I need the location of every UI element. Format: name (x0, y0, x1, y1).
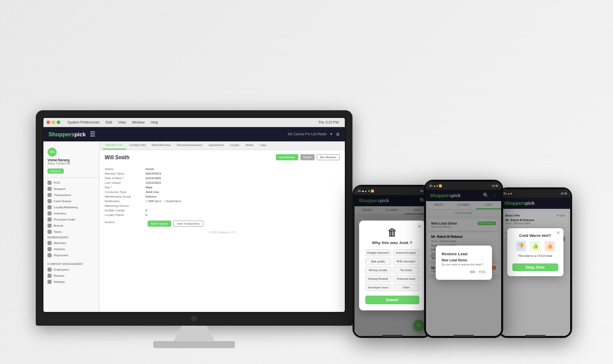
sidebar-item-settings[interactable]: Settings (43, 279, 99, 285)
mac-menu-system: System Preferences (67, 120, 100, 124)
sidebar-item-brands[interactable]: Brands (43, 223, 99, 229)
mac-dot-close[interactable] (46, 120, 50, 124)
sidebar-item-taxes[interactable]: Taxes (43, 229, 99, 235)
restore-dialog-lead: New Lead Demo (442, 258, 486, 262)
mac-menu-edit: Edit (106, 120, 112, 124)
phone3-time: 12:38 (560, 192, 567, 195)
mac-dot-maximize[interactable] (57, 120, 60, 124)
tab-recommendations[interactable]: Recommendations (174, 141, 205, 150)
restore-yes-button[interactable]: YES (478, 270, 485, 274)
junk-option-other[interactable]: Other (393, 284, 419, 291)
restore-dialog: Restore Lead New Lead Demo Do you want t… (436, 246, 492, 280)
sidebar-item-po[interactable]: Purchase Order (43, 216, 99, 223)
sidebar-item-physicians[interactable]: Physicians (43, 252, 99, 258)
cwh-close-button[interactable]: ✕ (556, 230, 560, 235)
main-content: Member Info Contact Info Work/Receive Re… (100, 141, 345, 312)
member-name-title: Will Smith (105, 155, 129, 160)
sidebar-dispatch-label: Dispatch (54, 187, 65, 190)
monitor-screen: System Preferences Edit View Window Help… (43, 118, 345, 312)
junk-option-developer-issue[interactable]: Developer Issue (365, 284, 392, 291)
power-icon[interactable]: ⏻ (336, 132, 340, 136)
company-name: MJ Canna Pvt Ltd-Retail (288, 132, 326, 136)
sidebar-item-reports[interactable]: Reports (43, 273, 99, 279)
add-to-queue-button[interactable]: Add to Queue (148, 221, 171, 227)
check-in-button[interactable]: Clock In (48, 168, 64, 174)
monitor-bezel: System Preferences Edit View Window Help… (42, 116, 346, 313)
add-member-button[interactable]: Add Member (276, 154, 298, 160)
mac-dots (46, 120, 60, 124)
field-membership-group: Membership Group Delivery (105, 195, 340, 198)
app-body: VN Vishal Narang Status: Clocked Out Clo… (43, 141, 345, 312)
tab-work-receive[interactable]: Work/Receive (149, 141, 174, 150)
view-transactions-button[interactable]: View Transactions (173, 221, 203, 227)
delete-button[interactable]: Delete (300, 154, 315, 160)
junk-option-budget-mismatch[interactable]: Budget mismatch (365, 249, 392, 256)
junk-option-already-booked[interactable]: Already Booked (365, 275, 392, 282)
sidebar-item-dispatch[interactable]: Dispatch (43, 186, 99, 192)
phone3-content: Shopperspick Basic Info ✎ Edit Mr. Rahul… (500, 198, 570, 336)
tab-member-info[interactable]: Member Info (103, 141, 126, 150)
tab-contact-info[interactable]: Contact Info (126, 141, 149, 150)
cwh-cold-icon[interactable]: 👎 (516, 241, 526, 251)
dropdown-icon[interactable]: ▼ (329, 132, 333, 136)
sidebar-item-transactions[interactable]: Transactions (43, 192, 99, 198)
junk-trash-icon: 🗑 (365, 227, 419, 238)
tab-loyalty[interactable]: Loyalty (227, 141, 243, 150)
members-icon (48, 241, 52, 245)
app-header-right: MJ Canna Pvt Ltd-Retail ▼ ⏻ (288, 132, 340, 136)
sidebar-section-memberships: Memberships Members Vendors (43, 235, 99, 258)
field-sex: Sex * Male (105, 186, 340, 189)
sidebar-item-cash[interactable]: Cash Drawer (43, 198, 99, 204)
phone3-status-bar: 3G ▲▼ 12:38 (500, 189, 570, 198)
sidebar-section-company: Company Management Employees Reports (43, 261, 99, 285)
sidebar-item-vendors[interactable]: Vendors (43, 246, 99, 252)
field-consumer-type: Consumer Type Adult Use (105, 190, 340, 193)
field-member-since: Member Since 09/04/2023 (105, 172, 340, 175)
monitor-stand (174, 326, 215, 341)
hamburger-icon[interactable]: ☰ (90, 131, 96, 138)
sidebar-item-members[interactable]: Members (43, 240, 99, 246)
junk-option-financial-issue[interactable]: Financial Issue (393, 275, 419, 282)
restore-dialog-title: Restore Lead (442, 252, 486, 256)
cwh-warm-icon[interactable]: 👍 (530, 241, 540, 251)
tab-notes[interactable]: Notes (243, 141, 257, 150)
monitor-outer: System Preferences Edit View Window Help… (36, 110, 352, 326)
restore-no-button[interactable]: NO (470, 270, 476, 274)
user-avatar: VN (48, 148, 57, 157)
junk-option-too-early[interactable]: Too Early (393, 266, 419, 274)
tab-agreement[interactable]: Agreement (205, 141, 226, 150)
junk-option-bhk-mismatch[interactable]: BHK mismatch (393, 258, 419, 265)
sidebar-pos-label: POS (54, 181, 60, 184)
field-notification: Notification ☐ SMS Opt In ☐ Email Opt In (105, 200, 340, 203)
junk-modal-close-button[interactable]: ✕ (417, 224, 421, 229)
junk-submit-button[interactable]: Submit (365, 296, 419, 304)
phone2-status-bar: 3G ▲▼ 📶 12:38 (426, 182, 501, 190)
sidebar-item-pos[interactable]: POS (43, 180, 99, 186)
sidebar-item-employees[interactable]: Employees (43, 266, 99, 273)
sidebar: VN Vishal Narang Status: Clocked Out Clo… (43, 141, 100, 312)
phones-group: 3G ◀ ▲ ▼ 📶 12:38 Shopperspick 🔍 FRESH (352, 180, 572, 338)
phone1-status-left: 3G ◀ ▲ ▼ 📶 (358, 189, 374, 192)
sidebar-item-loyalty[interactable]: Loyalty/Marketing (43, 204, 99, 210)
reports-icon (48, 274, 52, 278)
phone1-content: Shopperspick 🔍 FRESH CLAIMED JUNK Mr. Am… (355, 195, 430, 336)
user-card: VN Vishal Narang Status: Clocked Out Clo… (43, 144, 99, 178)
ban-member-button[interactable]: Ban Member (317, 154, 340, 160)
po-icon (48, 217, 52, 222)
junk-option-bad-quality[interactable]: Bad quality (365, 258, 392, 265)
mac-menu-view: View (118, 120, 126, 124)
cwh-hot-icon[interactable]: 👍 (545, 241, 555, 251)
sidebar-item-inventory[interactable]: Inventory (43, 210, 99, 216)
member-tabs: Member Info Contact Info Work/Receive Re… (100, 141, 345, 150)
scene: System Preferences Edit View Window Help… (26, 16, 587, 348)
junk-option-wrong-locality[interactable]: Wrong Locality (365, 266, 392, 274)
junk-modal-overlay: ✕ 🗑 Why this was Junk ? Budget mismatch … (355, 195, 430, 336)
junk-option-general-enquiry[interactable]: General Enquiry (393, 249, 419, 256)
loyalty-icon (48, 205, 52, 209)
cwh-ok-button[interactable]: Okay, Done (512, 263, 558, 271)
phone3-status-left: 3G ▲▼ (503, 192, 512, 195)
tab-logs[interactable]: Logs (256, 141, 269, 150)
field-loyalty-points: Loyalty Points 0 (105, 213, 340, 216)
mac-dot-minimize[interactable] (52, 120, 55, 124)
phone1-status-bar: 3G ◀ ▲ ▼ 📶 12:38 (355, 187, 430, 195)
